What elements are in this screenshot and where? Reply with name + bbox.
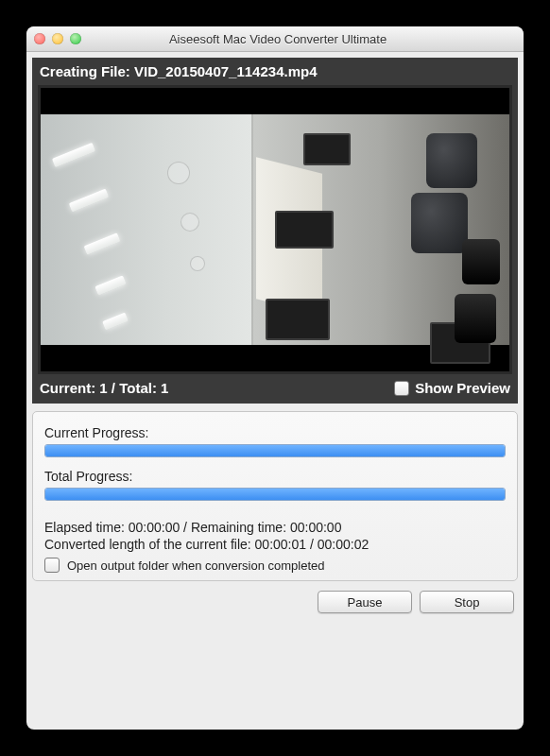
dialog-buttons: Pause Stop [26,587,524,623]
open-output-label: Open output folder when conversion compl… [67,558,324,573]
window-title: Aiseesoft Mac Video Converter Ultimate [40,32,516,46]
creating-file-label: Creating File: VID_20150407_114234.mp4 [32,58,518,83]
checkbox-icon[interactable] [44,558,60,573]
current-progress-bar [44,444,506,457]
show-preview-toggle[interactable]: Show Preview [394,380,510,396]
converter-dialog: Aiseesoft Mac Video Converter Ultimate C… [26,26,524,730]
stop-button[interactable]: Stop [420,591,514,613]
checkbox-icon[interactable] [394,381,409,396]
current-total-label: Current: 1 / Total: 1 [40,380,168,396]
open-output-row[interactable]: Open output folder when conversion compl… [44,558,506,573]
titlebar[interactable]: Aiseesoft Mac Video Converter Ultimate [26,26,524,52]
total-progress-label: Total Progress: [44,469,506,484]
show-preview-label: Show Preview [415,380,510,396]
preview-section: Creating File: VID_20150407_114234.mp4 [32,58,518,404]
total-progress-bar [44,488,506,501]
elapsed-remaining-label: Elapsed time: 00:00:00 / Remaining time:… [44,520,506,535]
pause-button[interactable]: Pause [318,591,412,613]
progress-panel: Current Progress: Total Progress: Elapse… [32,411,518,581]
current-progress-label: Current Progress: [44,425,506,440]
video-preview [38,85,512,374]
preview-status-bar: Current: 1 / Total: 1 Show Preview [32,374,518,404]
converted-length-label: Converted length of the current file: 00… [44,537,506,552]
preview-frame [41,114,509,345]
